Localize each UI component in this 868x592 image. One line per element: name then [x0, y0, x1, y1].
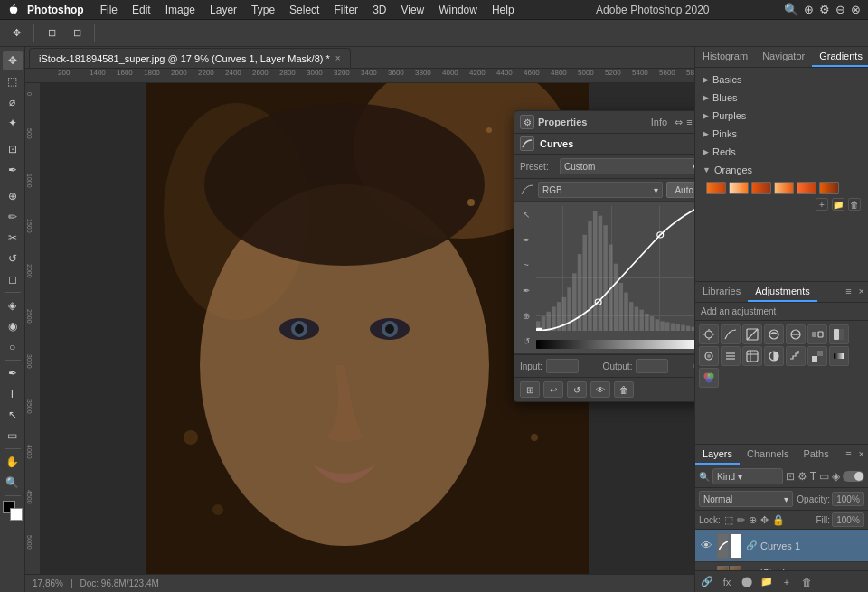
- fill-input[interactable]: 100%: [832, 512, 864, 527]
- tab-libraries[interactable]: Libraries: [695, 282, 748, 302]
- curves-pen-tool[interactable]: ✒: [519, 232, 533, 247]
- tab-paths[interactable]: Paths: [797, 445, 836, 465]
- tool-eraser[interactable]: ◻: [3, 269, 23, 289]
- tool-path-select[interactable]: ↖: [3, 405, 23, 425]
- apple-icon[interactable]: [0, 4, 27, 16]
- group-basics-header[interactable]: ▶ Basics: [699, 71, 864, 88]
- og-swatch-5[interactable]: [797, 182, 816, 194]
- curves-action-visibility[interactable]: 👁: [590, 381, 610, 398]
- filter-type-adj[interactable]: ⚙: [797, 470, 807, 483]
- og-swatch-4[interactable]: [774, 182, 794, 194]
- preset-select[interactable]: Custom ▾: [560, 158, 694, 174]
- menu-image[interactable]: Image: [158, 0, 203, 20]
- layer-item-photo[interactable]: 👁 🔗 iStock-471900639_super: [695, 562, 868, 570]
- tab-layers[interactable]: Layers: [695, 445, 740, 465]
- opacity-input[interactable]: 100%: [832, 492, 864, 506]
- tool-shape[interactable]: ▭: [3, 426, 23, 446]
- adj-hsl[interactable]: [786, 324, 806, 344]
- toolbar-distribute[interactable]: ⊟: [66, 23, 88, 44]
- tool-hand[interactable]: ✋: [3, 452, 23, 472]
- color-background[interactable]: [10, 508, 23, 521]
- group-oranges-header[interactable]: ▼ Oranges: [699, 162, 864, 178]
- filter-type-text[interactable]: T: [810, 470, 816, 483]
- tool-lasso[interactable]: ⌀: [3, 92, 23, 112]
- info-tab[interactable]: Info: [651, 117, 667, 127]
- layer-folder-icon[interactable]: 📁: [759, 574, 775, 590]
- og-folder-icon[interactable]: 📁: [832, 198, 844, 211]
- tool-history-brush[interactable]: ↺: [3, 249, 23, 268]
- settings-icon[interactable]: ⚙: [819, 3, 830, 16]
- og-add-icon[interactable]: +: [816, 198, 828, 211]
- tab-close-btn[interactable]: ×: [335, 53, 341, 63]
- menu-layer[interactable]: Layer: [203, 0, 244, 20]
- curves-action-reset[interactable]: ↺: [567, 381, 587, 398]
- menu-window[interactable]: Window: [431, 0, 485, 20]
- tool-pen[interactable]: ✒: [3, 363, 23, 383]
- adj-channel-mixer[interactable]: [721, 346, 741, 366]
- tab-histogram[interactable]: Histogram: [695, 47, 755, 67]
- lock-artboard-icon[interactable]: ⊕: [749, 514, 757, 526]
- curves-eye-dropper-tool[interactable]: ✒: [519, 283, 533, 297]
- search-icon[interactable]: 🔍: [784, 3, 798, 16]
- group-purples-header[interactable]: ▶ Purples: [699, 108, 864, 124]
- adj-photo-filter[interactable]: [699, 346, 719, 366]
- minimize-icon[interactable]: ⊖: [835, 3, 845, 16]
- blend-mode-select[interactable]: Normal ▾: [699, 491, 793, 507]
- layer-chain-curves1[interactable]: 🔗: [746, 540, 757, 550]
- og-swatch-3[interactable]: [751, 182, 771, 194]
- tab-gradients[interactable]: Gradients: [812, 47, 868, 67]
- filter-type-smart[interactable]: ◈: [832, 470, 840, 483]
- tab-adjustments[interactable]: Adjustments: [748, 282, 817, 302]
- group-blues-header[interactable]: ▶ Blues: [699, 89, 864, 106]
- group-pinks-header[interactable]: ▶ Pinks: [699, 126, 864, 142]
- tool-select-rect[interactable]: ⬚: [3, 71, 23, 91]
- tab-navigator[interactable]: Navigator: [755, 47, 812, 67]
- curves-target-tool[interactable]: ⊕: [519, 308, 533, 323]
- layer-new-icon[interactable]: +: [778, 574, 795, 590]
- layer-delete-icon[interactable]: 🗑: [798, 574, 815, 590]
- adj-vibrance[interactable]: [764, 324, 784, 344]
- curves-reset-tool[interactable]: ↺: [519, 334, 533, 348]
- filter-type-pixel[interactable]: ⊡: [786, 470, 795, 483]
- adj-panel-close[interactable]: ×: [855, 282, 868, 302]
- layers-panel-close[interactable]: ×: [855, 445, 868, 465]
- tool-zoom[interactable]: 🔍: [3, 473, 23, 493]
- curves-action-prev[interactable]: ↩: [543, 381, 563, 398]
- curves-action-clip[interactable]: ⊞: [520, 381, 540, 398]
- lock-draw-icon[interactable]: ✏: [737, 514, 745, 526]
- auto-btn[interactable]: Auto: [666, 182, 694, 198]
- tool-magic-wand[interactable]: ✦: [3, 113, 23, 133]
- input-value[interactable]: [546, 359, 579, 373]
- curves-expand-btn[interactable]: ⇔: [675, 117, 683, 128]
- adj-curves[interactable]: [721, 324, 741, 344]
- menu-file[interactable]: File: [93, 0, 125, 20]
- filter-type-shape[interactable]: ▭: [819, 470, 829, 483]
- tool-move[interactable]: ✥: [3, 51, 23, 70]
- group-reds-header[interactable]: ▶ Reds: [699, 144, 864, 160]
- adj-posterize[interactable]: [786, 346, 806, 366]
- og-delete-icon[interactable]: 🗑: [848, 198, 861, 211]
- canvas-tab[interactable]: iStock-181894581_super.jpg @ 17,9% (Curv…: [29, 48, 351, 68]
- lock-move-icon[interactable]: ✥: [760, 514, 769, 526]
- adj-exposure[interactable]: [742, 324, 762, 344]
- layers-panel-menu[interactable]: ≡: [842, 445, 854, 465]
- menu-view[interactable]: View: [393, 0, 431, 20]
- close-icon[interactable]: ⊗: [851, 3, 861, 16]
- tool-blur[interactable]: ◉: [3, 316, 23, 336]
- tool-clone-stamp[interactable]: ✂: [3, 228, 23, 248]
- adj-selective-color[interactable]: [699, 368, 719, 388]
- layer-mask-icon[interactable]: ⬤: [739, 574, 755, 590]
- toolbar-move[interactable]: ✥: [5, 23, 27, 44]
- adj-gradient-map[interactable]: [829, 346, 849, 366]
- share-icon[interactable]: ⊕: [804, 3, 814, 16]
- adj-color-lookup[interactable]: [742, 346, 762, 366]
- adj-threshold[interactable]: [807, 346, 827, 366]
- tool-brush[interactable]: ✏: [3, 207, 23, 227]
- og-swatch-1[interactable]: [706, 182, 726, 194]
- adj-brightness[interactable]: [699, 324, 719, 344]
- tool-crop[interactable]: ⊡: [3, 139, 23, 159]
- adj-black-white[interactable]: [829, 324, 849, 344]
- curves-smooth-tool[interactable]: ~: [519, 258, 533, 272]
- menu-filter[interactable]: Filter: [326, 0, 365, 20]
- curves-graph[interactable]: ↖ ✒ ~ ✒ ⊕ ↺: [514, 201, 694, 354]
